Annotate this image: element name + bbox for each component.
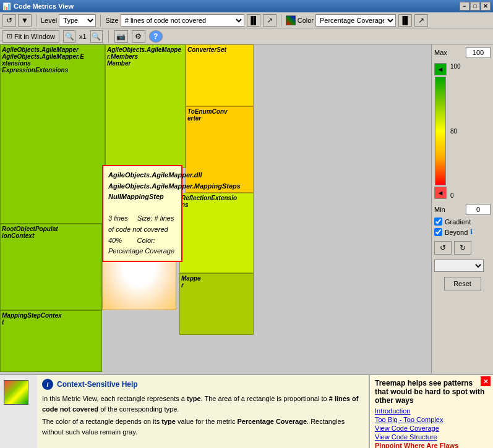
treemap[interactable]: AgileObjects.AgileMapperAgileObjects.Agi… xyxy=(0,44,431,374)
level-select[interactable]: Type xyxy=(59,14,96,27)
treemap-cell-c9[interactable]: Mapper xyxy=(179,273,254,335)
help-body1: In this Metric View, each rectangle repr… xyxy=(42,394,364,414)
undo-group: ↺ ▼ xyxy=(2,14,32,27)
color-icon xyxy=(286,15,296,25)
treemap-cell-c10[interactable]: MappingStepContext xyxy=(0,310,102,372)
maximize-button[interactable]: □ xyxy=(470,2,480,11)
color-select[interactable]: Percentage Coverage xyxy=(315,14,396,27)
level-group: Level Type xyxy=(41,14,96,27)
max-label: Max xyxy=(434,49,447,56)
color-slider-100[interactable]: ◄ xyxy=(434,63,447,75)
beyond-checkbox[interactable] xyxy=(434,228,442,236)
rotate-right-button[interactable]: ↻ xyxy=(454,241,471,255)
titlebar-title: Code Metrics View xyxy=(14,2,74,10)
min-label: Min xyxy=(434,206,445,213)
treemap-cell-c2[interactable]: AgileObjects.AgileMapper.MembersMember xyxy=(105,44,186,168)
action-buttons-row: ↺ ↻ xyxy=(434,241,491,255)
treemap-cell-c4[interactable]: ToEnumConverter xyxy=(186,106,254,193)
bar-chart-icon[interactable]: ▐▌ xyxy=(247,14,260,27)
help-body1-bold: type xyxy=(187,395,201,402)
toolbar1: ↺ ▼ Level Type Size # lines of code not … xyxy=(0,12,493,28)
gradient-checkbox[interactable] xyxy=(434,218,442,226)
toolbar2: ⊡ Fit in Window 🔍 x1 🔍 📷 ⚙ ? xyxy=(0,28,493,44)
info-link-too-big[interactable]: Too Big - Too Complex xyxy=(375,416,488,423)
fit-window-button[interactable]: ⊡ Fit in Window xyxy=(2,30,59,43)
help-body1-start: In this Metric View, each rectangle repr… xyxy=(42,395,187,402)
undo-dropdown[interactable]: ▼ xyxy=(18,14,32,27)
thumbnail-container xyxy=(0,375,37,448)
zoom-level-label: x1 xyxy=(79,33,87,40)
bar-label-80: 80 xyxy=(450,128,461,135)
zoom-in-button[interactable]: 🔍 xyxy=(90,30,103,43)
treemap-cell-c8[interactable]: ReflectionExtensions xyxy=(179,193,254,273)
app-icon: 📊 xyxy=(2,2,11,11)
help-body2: The color of a rectangle depends on its … xyxy=(42,416,364,437)
size-select[interactable]: # lines of code not covered xyxy=(121,14,244,27)
min-input[interactable] xyxy=(466,204,491,215)
help-panel: i Context-Sensitive Help In this Metric … xyxy=(37,375,369,448)
info-title: Treemap helps see patterns that would be… xyxy=(375,379,488,405)
gradient-row: Gradient xyxy=(434,218,491,226)
treemap-cell-c6[interactable]: RootObjectPopulationContext xyxy=(0,224,102,310)
zoom-out-button[interactable]: 🔍 xyxy=(63,30,75,43)
help-body1-end: . The area of a rectangle is proportiona… xyxy=(201,395,329,402)
info-link-pinpoint[interactable]: Pinpoint Where Are Flaws xyxy=(375,442,488,448)
help-button[interactable]: ? xyxy=(149,30,163,43)
color-group: Color Percentage Coverage xyxy=(286,14,396,27)
level-label: Level xyxy=(41,17,57,24)
help-title: i Context-Sensitive Help xyxy=(42,379,364,390)
sep1 xyxy=(36,14,36,27)
size-label: Size xyxy=(105,17,118,24)
titlebar: 📊 Code Metrics View − □ ✕ xyxy=(0,0,493,12)
reset-button[interactable]: Reset xyxy=(444,277,481,290)
slider-100-row: ◄ xyxy=(434,63,447,75)
help-body1-end2: of the corresponding type. xyxy=(98,405,179,413)
minimize-button[interactable]: − xyxy=(460,2,469,11)
color-slider-0[interactable]: ◄ xyxy=(434,187,447,199)
bar-label-0: 0 xyxy=(450,192,461,199)
fit-icon: ⊡ xyxy=(7,32,12,40)
beyond-row: Beyond ℹ xyxy=(434,228,491,236)
gear-button[interactable]: ⚙ xyxy=(132,30,145,43)
help-icon: i xyxy=(42,379,53,390)
color-bar-labels: 100 80 0 xyxy=(449,63,462,199)
color-bar xyxy=(435,77,446,185)
rotate-left-button[interactable]: ↺ xyxy=(434,241,452,255)
help-body2-start: The color of a rectangle depends on its xyxy=(42,418,161,425)
close-button[interactable]: ✕ xyxy=(481,2,491,11)
arrow-chart-icon[interactable]: ↗ xyxy=(263,14,277,27)
color-bar-container: ◄ ◄ 100 80 0 xyxy=(434,63,491,199)
color-bar-chart-icon[interactable]: ▐▌ xyxy=(398,14,412,27)
help-title-text: Context-Sensitive Help xyxy=(57,380,138,389)
right-panel: Max ◄ ◄ 100 80 0 Min xyxy=(431,44,493,374)
size-group: Size # lines of code not covered xyxy=(105,14,244,27)
mini-thumbnail xyxy=(4,380,28,405)
camera-button[interactable]: 📷 xyxy=(114,30,128,43)
slider-0-row: ◄ xyxy=(434,187,447,199)
info-link-code-coverage[interactable]: View Code Coverage xyxy=(375,425,488,432)
help-body2-bold: type xyxy=(161,418,176,425)
color-arrow-icon[interactable]: ↗ xyxy=(414,14,428,27)
tooltip-overlay: AgileObjects.AgileMapper.dll AgileObject… xyxy=(102,165,182,262)
undo-button[interactable]: ↺ xyxy=(2,14,16,27)
sep4 xyxy=(108,30,109,43)
bottom-panel: i Context-Sensitive Help In this Metric … xyxy=(0,374,493,448)
help-body2-metric: Percentage Coverage xyxy=(238,418,307,425)
treemap-cell-c3[interactable]: ConverterSet xyxy=(186,44,254,106)
info-link-code-structure[interactable]: View Code Structure xyxy=(375,433,488,441)
min-row: Min xyxy=(434,204,491,215)
beyond-label: Beyond xyxy=(445,229,468,236)
mode-select[interactable] xyxy=(434,260,484,272)
titlebar-controls: − □ ✕ xyxy=(460,2,491,11)
main-area: AgileObjects.AgileMapperAgileObjects.Agi… xyxy=(0,44,493,374)
info-close-button[interactable]: ✕ xyxy=(481,376,491,386)
help-body2-mid: value for the metric xyxy=(176,418,238,425)
max-input[interactable] xyxy=(466,47,491,58)
info-panel: ✕ Treemap helps see patterns that would … xyxy=(369,375,493,448)
info-link-introduction[interactable]: Introduction xyxy=(375,407,488,415)
fit-label: Fit in Window xyxy=(14,33,55,40)
treemap-cell-c1[interactable]: AgileObjects.AgileMapperAgileObjects.Agi… xyxy=(0,44,105,224)
beyond-info-icon[interactable]: ℹ xyxy=(470,228,473,236)
max-row: Max xyxy=(434,47,491,58)
gradient-label: Gradient xyxy=(445,218,471,226)
